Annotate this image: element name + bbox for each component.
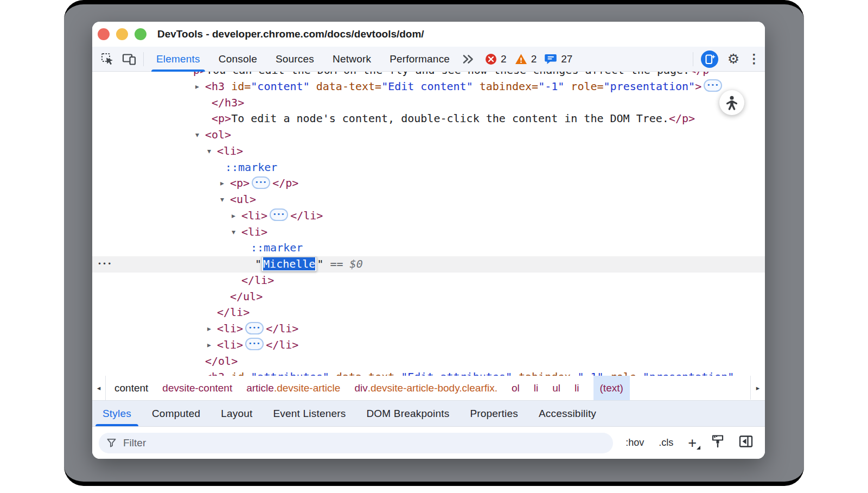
dom-tree-row[interactable]: ▾<ol> bbox=[92, 127, 765, 143]
devtools-toolbar: ElementsConsoleSourcesNetworkPerformance… bbox=[92, 47, 765, 72]
dom-tree-row[interactable]: </li> bbox=[92, 273, 765, 289]
dom-tree-row[interactable]: </h3> bbox=[92, 95, 765, 111]
dom-tree-row[interactable]: ::marker bbox=[92, 160, 765, 176]
tab-properties[interactable]: Properties bbox=[459, 401, 528, 426]
warning-icon[interactable] bbox=[515, 53, 527, 65]
dom-tree-row[interactable]: </li> bbox=[92, 305, 765, 321]
warning-count[interactable]: 2 bbox=[531, 53, 537, 65]
tab-accessibility[interactable]: Accessibility bbox=[528, 401, 607, 426]
device-toolbar-button[interactable] bbox=[118, 47, 140, 72]
inline-edit-box[interactable]: Michelle bbox=[261, 257, 317, 271]
ellipsis-expand-button[interactable]: ••• bbox=[245, 322, 264, 334]
toggle-sidebar-button[interactable] bbox=[739, 435, 753, 451]
chevron-down-icon[interactable]: ▾ bbox=[207, 143, 211, 160]
toggle-element-state-button[interactable]: :hov bbox=[626, 437, 644, 448]
breadcrumb-item[interactable]: li bbox=[575, 376, 579, 400]
tab-layout[interactable]: Layout bbox=[210, 401, 263, 426]
tab-network[interactable]: Network bbox=[323, 47, 380, 72]
ellipsis-expand-button[interactable]: ••• bbox=[704, 79, 722, 92]
paint-brush-icon bbox=[711, 434, 724, 448]
dom-tree-row[interactable]: ::marker bbox=[92, 240, 765, 256]
filter-field[interactable] bbox=[99, 433, 613, 453]
breadcrumb-item[interactable]: devsite-content bbox=[162, 376, 232, 400]
more-options-button[interactable]: ⋮ bbox=[746, 47, 762, 72]
chevron-right-icon[interactable]: ▸ bbox=[220, 175, 224, 192]
tab-elements[interactable]: Elements bbox=[147, 47, 209, 72]
dom-tree-row[interactable]: </ul> bbox=[92, 289, 765, 305]
accessibility-widget-button[interactable] bbox=[719, 90, 744, 115]
tab-event-listeners[interactable]: Event Listeners bbox=[263, 401, 356, 426]
filter-funnel-icon bbox=[106, 438, 117, 448]
window-titlebar: DevTools - developer.chrome.com/docs/dev… bbox=[92, 22, 765, 47]
breadcrumb-item[interactable]: ol bbox=[512, 376, 520, 400]
issues-icon[interactable] bbox=[545, 53, 557, 65]
tab-styles[interactable]: Styles bbox=[92, 401, 142, 426]
filter-input[interactable] bbox=[122, 437, 605, 450]
ellipsis-expand-button[interactable]: ••• bbox=[245, 338, 264, 350]
error-icon[interactable] bbox=[485, 53, 497, 65]
chevron-right-icon[interactable]: ▸ bbox=[195, 79, 199, 95]
toolbar-divider bbox=[693, 52, 693, 66]
breadcrumb-item[interactable]: div.devsite-article-body.clearfix. bbox=[354, 376, 497, 400]
styles-panel-tab-strip: StylesComputedLayoutEvent ListenersDOM B… bbox=[92, 401, 765, 427]
dom-tree-row[interactable]: </ol> bbox=[92, 353, 765, 370]
styles-filter-bar: :hov .cls + bbox=[92, 427, 765, 459]
tab-dom-breakpoints[interactable]: DOM Breakpoints bbox=[356, 401, 459, 426]
issues-count[interactable]: 27 bbox=[561, 53, 572, 65]
selected-text: Michelle bbox=[263, 257, 315, 270]
error-count[interactable]: 2 bbox=[501, 53, 507, 65]
dom-tree-row[interactable]: ▸<h3 id="attributes" data-text="Edit att… bbox=[92, 369, 765, 376]
ellipsis-expand-button[interactable]: ••• bbox=[270, 208, 288, 221]
chevron-right-icon[interactable]: ▸ bbox=[232, 208, 235, 224]
status-badges: 2 2 27 bbox=[485, 53, 577, 65]
settings-button[interactable]: ⚙ bbox=[723, 47, 744, 72]
tab-sources[interactable]: Sources bbox=[266, 47, 323, 72]
breadcrumb-bar: ◂ contentdevsite-contentarticle.devsite-… bbox=[92, 376, 765, 401]
new-style-rule-button[interactable]: + bbox=[688, 438, 697, 448]
dom-tree-row[interactable]: •••"Michelle" == $0 bbox=[92, 256, 765, 273]
dom-tree-row[interactable]: ▸<li>•••</li> bbox=[92, 321, 765, 337]
breadcrumb-scroll-left-button[interactable]: ◂ bbox=[92, 376, 106, 400]
breadcrumb-item[interactable]: article.devsite-article bbox=[246, 376, 340, 400]
ellipsis-dots-icon: ••• bbox=[248, 339, 260, 348]
maximize-window-button[interactable] bbox=[135, 28, 146, 40]
tab-computed[interactable]: Computed bbox=[142, 401, 210, 426]
dom-tree-row[interactable]: ▸<li>•••</li> bbox=[92, 208, 765, 224]
close-window-button[interactable] bbox=[98, 28, 110, 40]
window-title: DevTools - developer.chrome.com/docs/dev… bbox=[157, 22, 424, 47]
tab-console[interactable]: Console bbox=[209, 47, 266, 72]
chevron-left-icon: ◂ bbox=[97, 384, 101, 392]
panel-left-toggle-icon bbox=[739, 435, 753, 448]
dom-tree-row[interactable]: ▸<li>•••</li> bbox=[92, 337, 765, 353]
dom-tree-row[interactable]: ▸<p>•••</p> bbox=[92, 175, 765, 192]
ai-device-icon bbox=[700, 50, 719, 68]
chevron-right-icon[interactable]: ▸ bbox=[207, 337, 211, 353]
inspect-cursor-icon bbox=[100, 52, 114, 66]
chevron-right-icon[interactable]: ▸ bbox=[207, 321, 211, 337]
chevron-right-icon[interactable]: ▸ bbox=[195, 369, 199, 376]
inspect-element-button[interactable] bbox=[97, 47, 118, 72]
breadcrumb-item[interactable]: ul bbox=[552, 376, 560, 400]
breadcrumb-scroll-right-button[interactable]: ▸ bbox=[750, 376, 765, 400]
ai-assistance-button[interactable] bbox=[699, 47, 720, 72]
breadcrumb-item[interactable]: (text) bbox=[593, 376, 630, 400]
breadcrumb-item[interactable]: content bbox=[114, 376, 148, 400]
dom-tree-row[interactable]: ▸<h3 id="content" data-text="Edit conten… bbox=[92, 79, 765, 95]
dom-tree-row[interactable]: ▾<li> bbox=[92, 143, 765, 160]
tab-performance[interactable]: Performance bbox=[380, 47, 459, 72]
chevron-right-icon: ▸ bbox=[756, 384, 760, 392]
chevron-down-icon[interactable]: ▾ bbox=[195, 127, 199, 143]
more-tabs-button[interactable] bbox=[459, 47, 477, 72]
minimize-window-button[interactable] bbox=[116, 28, 128, 40]
ellipsis-expand-button[interactable]: ••• bbox=[252, 176, 270, 189]
dom-tree-row[interactable]: <p>To edit a node's content, double-clic… bbox=[92, 111, 765, 127]
breadcrumb-list: contentdevsite-contentarticle.devsite-ar… bbox=[106, 376, 630, 400]
chevron-down-icon[interactable]: ▾ bbox=[232, 224, 235, 241]
element-classes-button[interactable]: .cls bbox=[659, 437, 673, 448]
breadcrumb-item[interactable]: li bbox=[534, 376, 538, 400]
chevron-down-icon[interactable]: ▾ bbox=[220, 192, 224, 208]
dom-tree-row[interactable]: ▾<ul> bbox=[92, 192, 765, 208]
rendering-emulation-button[interactable] bbox=[711, 434, 724, 451]
dom-tree-row[interactable]: ▾<li> bbox=[92, 224, 765, 241]
dom-tree-row[interactable]: p>You can edit the DOM on the fly and se… bbox=[92, 72, 765, 79]
